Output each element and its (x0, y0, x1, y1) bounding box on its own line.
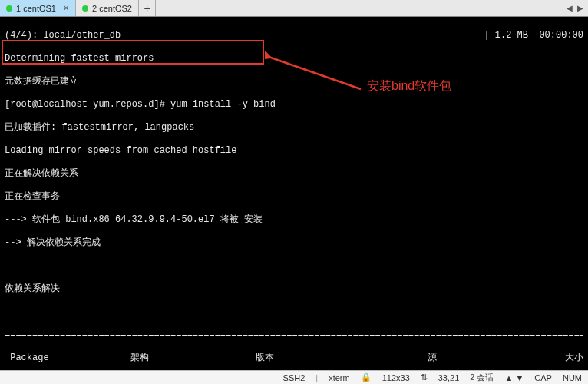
status-sess: SSH2 (283, 373, 306, 382)
line: 元数据缓存已建立 (5, 76, 583, 88)
status-bar: SSH2 | xterm 🔒 112x33 ⇅ 33,21 2 会话 ▲ ▼ C… (0, 370, 588, 384)
divider: ========================================… (5, 329, 583, 341)
hdr-package: Package (5, 353, 112, 364)
line: 正在检查事务 (5, 191, 583, 203)
table-header: Package 架构 版本 源 大小 (5, 353, 583, 364)
line: Determining fastest mirrors (5, 53, 583, 65)
tab-label: 2 centOS2 (92, 4, 132, 13)
status-enc: xterm (329, 373, 350, 382)
chevron-right-icon[interactable]: ▶ (577, 4, 583, 12)
tab-label: 1 centOS1 (16, 4, 56, 13)
line: 已加载插件: fastestmirror, langpacks (5, 122, 583, 134)
line: ---> 软件包 bind.x86_64.32.9.9.4-50.el7 将被 … (5, 214, 583, 226)
tab-nav: ◀ ▶ (562, 0, 588, 16)
status-pos: 33,21 (438, 373, 460, 382)
hdr-version: 版本 (256, 353, 409, 364)
line-command: [root@localhost yum.repos.d]# yum instal… (5, 99, 583, 111)
hdr-size: 大小 (537, 353, 583, 364)
chevron-up-down-icon[interactable]: ▲ ▼ (504, 373, 524, 382)
status-dim: 112x33 (382, 373, 410, 382)
status-dot-icon (82, 5, 88, 12)
line: Loading mirror speeds from cached hostfi… (5, 145, 583, 157)
chevron-left-icon[interactable]: ◀ (567, 4, 573, 12)
hdr-arch: 架构 (130, 353, 238, 364)
status-dot-icon (6, 5, 12, 12)
time: 00:00:00 (539, 30, 583, 41)
status-cap: CAP (534, 373, 552, 382)
size: | 1.2 MB (484, 30, 528, 41)
arrows-icon: ⇅ (421, 372, 428, 382)
tab-centos2[interactable]: 2 centOS2 (76, 0, 139, 16)
hdr-repo: 源 (428, 353, 520, 364)
line: 正在解决依赖关系 (5, 168, 583, 180)
add-tab-button[interactable]: + (139, 0, 156, 16)
dep-header: 依赖关系解决 (5, 283, 583, 295)
status-num: NUM (563, 373, 582, 382)
tab-centos1[interactable]: 1 centOS1 ✕ (0, 0, 76, 16)
line: --> 解决依赖关系完成 (5, 237, 583, 249)
lock-icon: 🔒 (361, 372, 372, 382)
close-icon[interactable]: ✕ (63, 4, 69, 12)
tab-bar: 1 centOS1 ✕ 2 centOS2 + ◀ ▶ (0, 0, 588, 17)
line: (4/4): local/other_db (5, 30, 121, 41)
terminal[interactable]: (4/4): local/other_db| 1.2 MB 00:00:00 D… (0, 17, 588, 370)
status-sessions: 2 会话 (470, 372, 494, 383)
